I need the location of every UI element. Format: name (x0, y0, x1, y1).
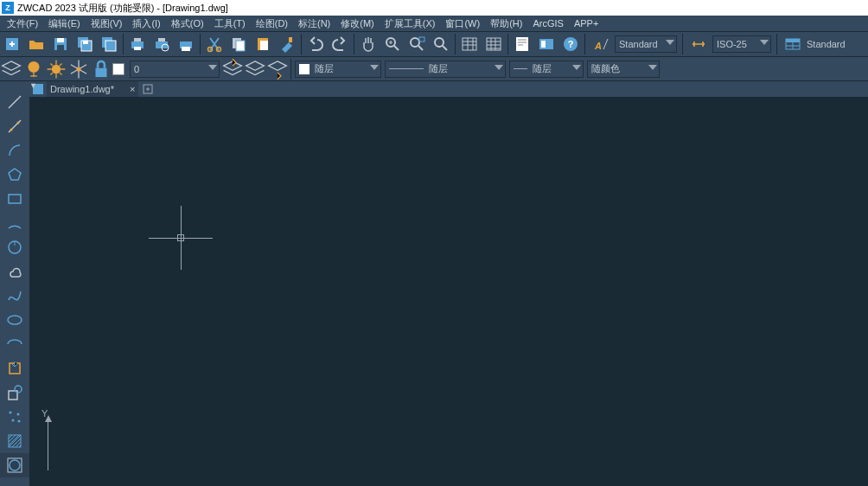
spline-tool[interactable] (0, 284, 29, 308)
menu-app[interactable]: APP+ (569, 16, 603, 30)
svg-rect-8 (105, 41, 116, 51)
cut-button[interactable] (203, 33, 226, 55)
svg-rect-45 (9, 195, 21, 203)
layer-state1-button[interactable] (221, 59, 244, 80)
menu-window[interactable]: 窗口(W) (440, 16, 485, 32)
svg-point-38 (29, 61, 40, 72)
svg-rect-23 (289, 37, 292, 42)
layer-color-swatch[interactable] (112, 63, 124, 75)
titlebar: Z ZWCAD 2023 试用版 (功能受限) - [Drawing1.dwg] (0, 0, 868, 16)
color-value: 随层 (315, 62, 334, 75)
copy-button[interactable] (227, 33, 250, 55)
dim-icon[interactable] (687, 33, 710, 55)
revcloud-tool[interactable] (0, 259, 29, 284)
pan-button[interactable] (357, 33, 380, 55)
menu-arcgis[interactable]: ArcGIS (527, 16, 568, 30)
svg-point-43 (10, 129, 13, 131)
text-style-value: Standard (619, 39, 658, 49)
point-tool[interactable] (0, 405, 29, 429)
plotstyle-value: 随颜色 (591, 62, 620, 75)
separator (301, 34, 302, 54)
save-button[interactable] (49, 33, 72, 55)
undo-button[interactable] (304, 33, 327, 55)
new-button[interactable] (1, 33, 23, 55)
menu-ext[interactable]: 扩展工具(X) (380, 16, 441, 32)
arc3p-tool[interactable] (0, 211, 29, 235)
plotstyle-dropdown[interactable]: 随颜色 (587, 61, 660, 78)
zoom-window-button[interactable] (405, 33, 428, 55)
layer-manager-button[interactable] (0, 59, 22, 80)
donut-tool[interactable] (0, 235, 29, 259)
plot-button[interactable] (175, 33, 197, 55)
menu-help[interactable]: 帮助(H) (485, 16, 527, 32)
table-style-panel: Standard (779, 32, 847, 56)
line-tool[interactable] (0, 90, 29, 114)
document-tabbar: Drawing1.dwg* × (0, 81, 868, 97)
design-center-button[interactable] (535, 33, 558, 55)
polygon-tool[interactable] (0, 163, 29, 187)
svg-point-50 (15, 386, 22, 393)
tab-drawing1[interactable]: Drawing1.dwg* × (47, 81, 138, 97)
ellipse-arc-tool[interactable] (0, 332, 29, 356)
text-style-panel: A Standard (587, 32, 680, 56)
rectangle-tool[interactable] (0, 187, 29, 211)
table-style-icon[interactable] (782, 33, 804, 55)
table2-button[interactable] (482, 33, 505, 55)
menu-tools[interactable]: 工具(T) (209, 16, 251, 32)
menu-format[interactable]: 格式(O) (166, 16, 209, 32)
construction-line-tool[interactable] (0, 114, 29, 138)
layer-dropdown[interactable]: 0 (130, 61, 220, 78)
text-style-dropdown[interactable]: Standard (615, 35, 677, 53)
menu-annotate[interactable]: 标注(N) (293, 16, 335, 32)
menu-draw[interactable]: 绘图(D) (251, 16, 293, 32)
tab-close-icon[interactable]: × (130, 84, 135, 94)
paste-button[interactable] (252, 33, 274, 55)
properties-button[interactable] (511, 33, 533, 55)
svg-rect-10 (134, 38, 141, 42)
redo-button[interactable] (329, 33, 351, 55)
menu-modify[interactable]: 修改(M) (335, 16, 380, 32)
menu-view[interactable]: 视图(V) (86, 16, 128, 32)
layer-freeze-icon[interactable] (45, 59, 67, 80)
linetype-value: 随层 (429, 62, 448, 75)
svg-point-44 (17, 122, 20, 125)
table-button[interactable] (458, 33, 481, 55)
text-icon[interactable]: A (590, 33, 612, 55)
layer-thaw-icon[interactable] (67, 59, 90, 80)
zoom-realtime-button[interactable] (381, 33, 404, 55)
svg-rect-2 (57, 38, 64, 42)
menu-edit[interactable]: 编辑(E) (43, 16, 86, 32)
menu-file[interactable]: 文件(F) (2, 16, 43, 32)
block-make-tool[interactable] (0, 380, 29, 405)
saveall-button[interactable] (73, 33, 96, 55)
layer-state3-button[interactable] (266, 59, 289, 80)
open-button[interactable] (25, 33, 48, 55)
tab-new-button[interactable] (142, 83, 154, 95)
menu-insert[interactable]: 插入(I) (127, 16, 165, 32)
drawing-canvas[interactable]: Y (29, 97, 868, 486)
lineweight-dropdown[interactable]: 随层 (509, 61, 584, 78)
table-style-value: Standard (807, 39, 846, 49)
region-tool[interactable] (0, 453, 29, 477)
arc-tool[interactable] (0, 138, 29, 163)
svg-rect-16 (182, 47, 190, 51)
standard-toolbar: ? A Standard ISO-25 Standard (0, 31, 868, 57)
zoom-previous-button[interactable] (430, 33, 452, 55)
hatch-tool[interactable] (0, 429, 29, 453)
block-insert-tool[interactable] (0, 356, 29, 380)
color-dropdown[interactable]: 随层 (295, 61, 381, 78)
layer-lock-icon[interactable] (90, 59, 112, 80)
saveas-button[interactable] (98, 33, 120, 55)
print-preview-button[interactable] (150, 33, 173, 55)
layer-state2-button[interactable] (244, 59, 266, 80)
ellipse-tool[interactable] (0, 308, 29, 332)
matchprop-button[interactable] (276, 33, 298, 55)
linetype-dropdown[interactable]: 随层 (385, 61, 506, 78)
app-icon: Z (2, 2, 14, 14)
dim-style-dropdown[interactable]: ISO-25 (712, 35, 771, 53)
svg-rect-28 (463, 38, 476, 50)
help-button[interactable]: ? (559, 33, 582, 55)
dim-style-panel: ISO-25 (685, 32, 775, 56)
print-button[interactable] (126, 33, 149, 55)
layer-on-icon[interactable] (22, 59, 45, 80)
